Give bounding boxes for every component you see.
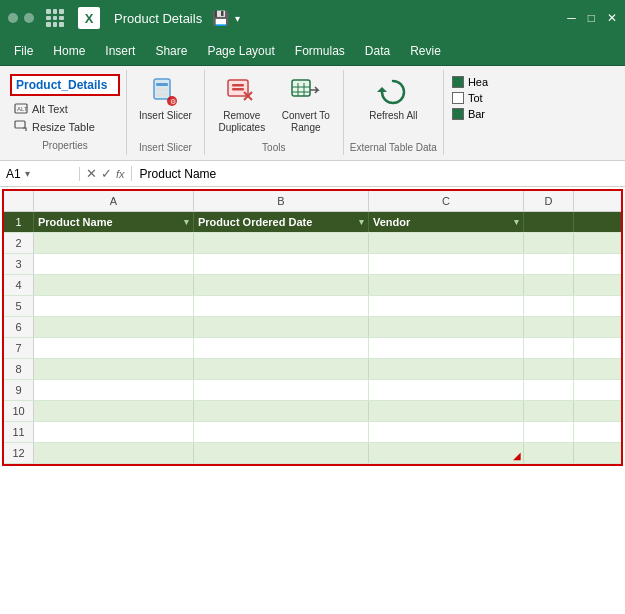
- header-row-checkbox[interactable]: [452, 76, 464, 88]
- row-num-4: 4: [4, 275, 34, 295]
- grid-icon[interactable]: [46, 9, 64, 27]
- cell-c4[interactable]: [369, 275, 524, 295]
- slicer-icon: ⚙: [149, 76, 181, 108]
- cell-b8[interactable]: [194, 359, 369, 379]
- cell-c1-text: Vendor: [373, 216, 410, 228]
- cell-ref-box[interactable]: A1 ▾: [0, 167, 80, 181]
- cell-a10[interactable]: [34, 401, 194, 421]
- menu-data[interactable]: Data: [355, 40, 400, 62]
- cell-d11: [524, 422, 574, 442]
- header-row-label: Hea: [468, 76, 488, 88]
- row-num-8: 8: [4, 359, 34, 379]
- cell-a8[interactable]: [34, 359, 194, 379]
- cell-d9: [524, 380, 574, 400]
- cell-c11[interactable]: [369, 422, 524, 442]
- col-b-filter-icon[interactable]: ▾: [359, 217, 364, 227]
- menu-share[interactable]: Share: [145, 40, 197, 62]
- cancel-formula-icon[interactable]: ✕: [86, 166, 97, 181]
- cell-b10[interactable]: [194, 401, 369, 421]
- cell-ref-dropdown-icon[interactable]: ▾: [25, 168, 30, 179]
- cell-c6[interactable]: [369, 317, 524, 337]
- cell-c9[interactable]: [369, 380, 524, 400]
- row-num-5: 5: [4, 296, 34, 316]
- cell-c8[interactable]: [369, 359, 524, 379]
- svg-rect-10: [232, 84, 244, 87]
- convert-to-range-button[interactable]: Convert To Range: [275, 72, 337, 138]
- cell-c3[interactable]: [369, 254, 524, 274]
- menu-insert[interactable]: Insert: [95, 40, 145, 62]
- totals-row-checkbox-item: Tot: [452, 92, 496, 104]
- cell-b6[interactable]: [194, 317, 369, 337]
- row-num-12: 12: [4, 443, 34, 463]
- col-a-filter-icon[interactable]: ▾: [184, 217, 189, 227]
- svg-rect-5: [156, 88, 168, 91]
- spreadsheet: A B C D 1 Product Name ▾ Product Ordered…: [2, 189, 623, 466]
- svg-rect-14: [292, 80, 310, 96]
- cell-c7[interactable]: [369, 338, 524, 358]
- menu-home[interactable]: Home: [43, 40, 95, 62]
- confirm-formula-icon[interactable]: ✓: [101, 166, 112, 181]
- row-num-3: 3: [4, 254, 34, 274]
- banded-rows-checkbox[interactable]: [452, 108, 464, 120]
- table-row: 8: [4, 359, 621, 380]
- cell-b5[interactable]: [194, 296, 369, 316]
- resize-handle-icon[interactable]: ◢: [513, 450, 521, 461]
- cell-a11[interactable]: [34, 422, 194, 442]
- cell-b9[interactable]: [194, 380, 369, 400]
- svg-rect-2: [15, 121, 25, 128]
- cell-c2[interactable]: [369, 233, 524, 253]
- cell-a5[interactable]: [34, 296, 194, 316]
- table-row: 9: [4, 380, 621, 401]
- cell-ref-value: A1: [6, 167, 21, 181]
- cell-b12[interactable]: [194, 443, 369, 463]
- insert-slicer-button[interactable]: ⚙ Insert Slicer: [133, 72, 198, 126]
- cell-c12[interactable]: ◢: [369, 443, 524, 463]
- cell-a1[interactable]: Product Name ▾: [34, 212, 194, 232]
- cell-d7: [524, 338, 574, 358]
- dropdown-icon[interactable]: ▾: [235, 13, 240, 24]
- cell-a3[interactable]: [34, 254, 194, 274]
- cell-b4[interactable]: [194, 275, 369, 295]
- row-num-1: 1: [4, 212, 34, 232]
- cell-c5[interactable]: [369, 296, 524, 316]
- svg-text:ALT: ALT: [17, 106, 28, 112]
- minimize-btn[interactable]: ─: [567, 11, 576, 25]
- cell-b11[interactable]: [194, 422, 369, 442]
- svg-rect-6: [156, 93, 168, 96]
- cell-c1[interactable]: Vendor ▾: [369, 212, 524, 232]
- row-num-2: 2: [4, 233, 34, 253]
- save-icon[interactable]: 💾: [212, 10, 229, 26]
- cell-d12: [524, 443, 574, 463]
- remove-duplicates-button[interactable]: Remove Duplicates: [211, 72, 273, 138]
- cell-b1[interactable]: Product Ordered Date ▾: [194, 212, 369, 232]
- menu-review[interactable]: Revie: [400, 40, 451, 62]
- totals-row-checkbox[interactable]: [452, 92, 464, 104]
- maximize-btn[interactable]: □: [588, 11, 595, 25]
- menu-formulas[interactable]: Formulas: [285, 40, 355, 62]
- cell-b1-text: Product Ordered Date: [198, 216, 312, 228]
- alt-text-button[interactable]: ALT Alt Text: [10, 100, 120, 118]
- cell-d8: [524, 359, 574, 379]
- cell-a12[interactable]: [34, 443, 194, 463]
- close-btn[interactable]: ✕: [607, 11, 617, 25]
- cell-a9[interactable]: [34, 380, 194, 400]
- menu-file[interactable]: File: [4, 40, 43, 62]
- cell-a4[interactable]: [34, 275, 194, 295]
- refresh-all-button[interactable]: Refresh All: [363, 72, 423, 126]
- resize-table-button[interactable]: Resize Table: [10, 118, 120, 136]
- cell-a6[interactable]: [34, 317, 194, 337]
- cell-b2[interactable]: [194, 233, 369, 253]
- cell-a2[interactable]: [34, 233, 194, 253]
- cell-b7[interactable]: [194, 338, 369, 358]
- table-row: 11: [4, 422, 621, 443]
- menu-page-layout[interactable]: Page Layout: [197, 40, 284, 62]
- insert-function-icon[interactable]: fx: [116, 168, 125, 180]
- col-c-filter-icon[interactable]: ▾: [514, 217, 519, 227]
- ribbon: ALT Alt Text Resize Table Properties: [0, 66, 625, 161]
- cell-b3[interactable]: [194, 254, 369, 274]
- cell-d5: [524, 296, 574, 316]
- cell-a7[interactable]: [34, 338, 194, 358]
- table-name-input[interactable]: [10, 74, 120, 96]
- svg-marker-19: [377, 87, 387, 92]
- cell-c10[interactable]: [369, 401, 524, 421]
